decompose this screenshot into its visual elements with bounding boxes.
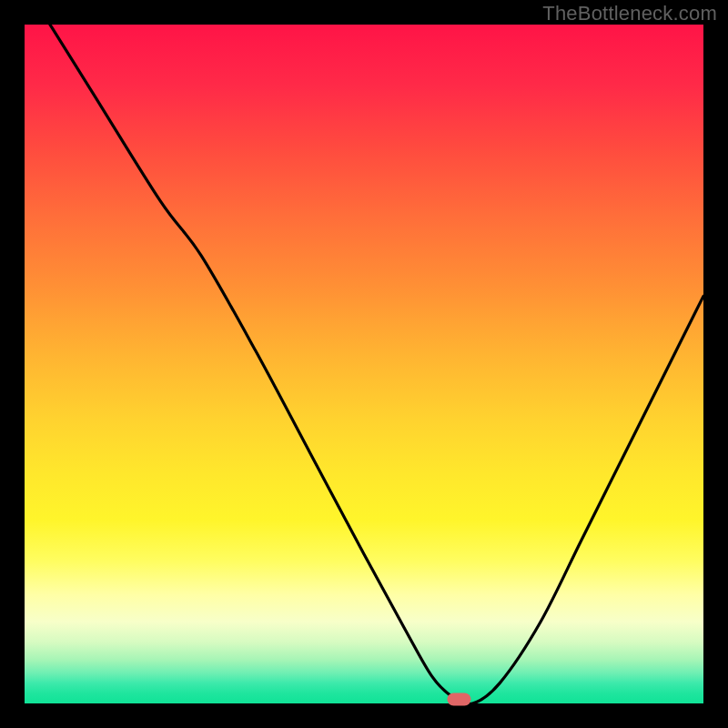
bottleneck-curve-path <box>25 0 703 704</box>
curve-layer <box>25 25 703 703</box>
watermark-text: TheBottleneck.com <box>542 2 717 25</box>
optimal-marker <box>447 693 470 706</box>
chart-frame: TheBottleneck.com <box>0 0 728 728</box>
plot-area <box>25 25 703 703</box>
